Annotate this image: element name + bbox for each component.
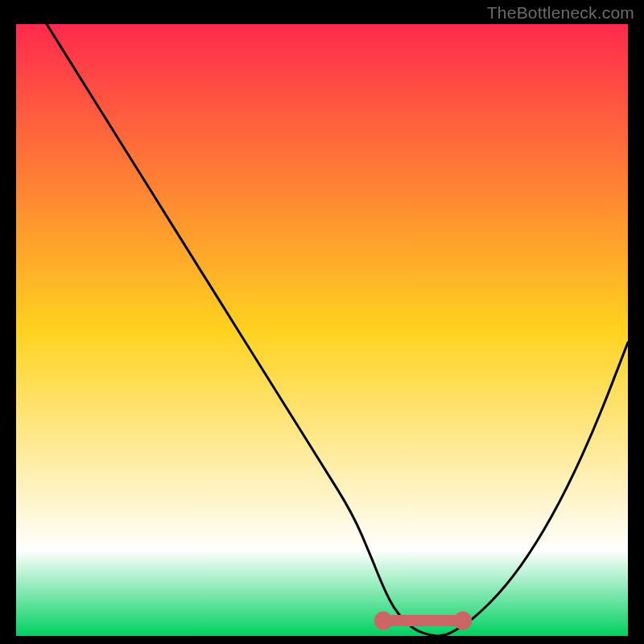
chart-stage: TheBottleneck.com: [0, 0, 644, 644]
bottleneck-chart: [0, 0, 644, 644]
range-end-marker: [453, 612, 472, 630]
plot-area: [16, 24, 628, 636]
attribution-label: TheBottleneck.com: [487, 3, 634, 23]
range-end-marker: [374, 612, 393, 630]
